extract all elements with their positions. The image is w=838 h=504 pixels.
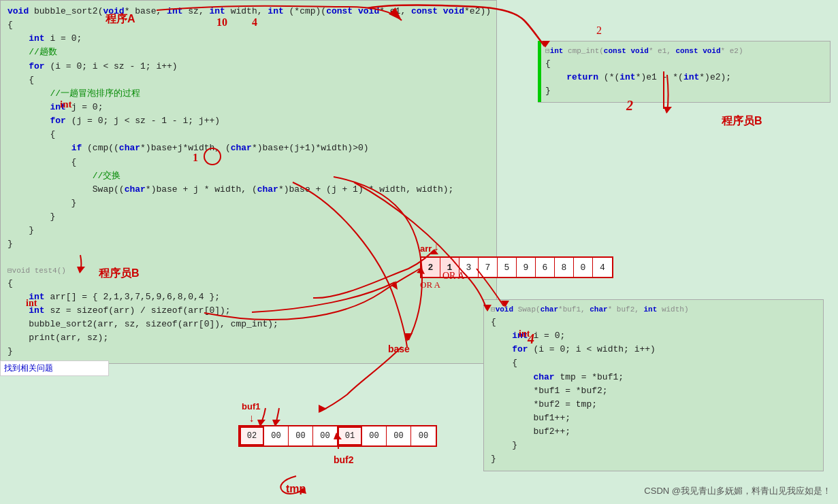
code-line-18: } — [7, 237, 489, 251]
swap-line-4: { — [491, 356, 816, 370]
swap-line-9: buf2++; — [491, 425, 816, 439]
arr-cell-1: 1 — [440, 258, 460, 277]
swap-line-8: buf1++; — [491, 411, 816, 425]
cmp-line-1: { — [545, 57, 823, 71]
swap-code-block: ⊟void Swap(char*buf1, char* buf2, int wi… — [483, 299, 824, 471]
prog-b-top-label: 程序员B — [722, 114, 762, 129]
test4-line-4: bubble_sort2(arr, sz, sizeof(arr[0]), cm… — [7, 318, 489, 331]
code-line-13: //交换 — [7, 169, 489, 183]
code-line-11: if (cmp((char*)base+j*width, (char*)base… — [7, 141, 489, 155]
code-line-15: } — [7, 197, 489, 210]
buf-cell-5: 00 — [362, 426, 387, 446]
code-line-8: int j = 0; — [7, 101, 489, 114]
prog-a-label: 程序A — [106, 12, 135, 27]
test4-line-3: int sz = sizeof(arr) / sizeof(arr[0]); — [7, 304, 489, 318]
swap-line-3: for (i = 0; i < width; i++) — [491, 343, 816, 356]
code-line-7: //一趟冒泡排序的过程 — [7, 87, 489, 101]
cmp-line-2: return (*(int*)e1 - *(int*)e2); — [545, 71, 823, 84]
code-line-6: { — [7, 73, 489, 87]
main-code-block: void bubble_sort2(void* base, int sz, in… — [0, 0, 497, 364]
fold-marker: ⊟void test4() — [7, 265, 489, 277]
code-line-3: int i = 0; — [7, 32, 489, 46]
arr-label: arr — [420, 243, 432, 254]
code-line-16: } — [7, 210, 489, 224]
buf1-arrow: ↓ — [248, 413, 255, 425]
svg-text:2: 2 — [596, 24, 602, 36]
arr-cell-2: 3 — [460, 258, 479, 277]
code-line-1: void bubble_sort2(void* base, int sz, in… — [7, 5, 489, 18]
cmp-fold: ⊟int cmp_int(const void* e1, const void*… — [545, 46, 823, 57]
tmp-label: tmp — [286, 483, 306, 495]
buf-cell-0: 02 — [240, 426, 264, 446]
cmp-line-3: } — [545, 84, 823, 98]
or-a-label: OR A — [420, 280, 440, 290]
code-line-17: } — [7, 224, 489, 237]
topic-link[interactable]: 找到相关问题 — [0, 360, 109, 376]
code-line-12: { — [7, 156, 489, 169]
code-line-5: for (i = 0; i < sz - 1; i++) — [7, 60, 489, 73]
swap-line-6: *buf1 = *buf2; — [491, 384, 816, 398]
swap-line-10: } — [491, 439, 816, 452]
swap-line-11: } — [491, 452, 816, 466]
array-top-container: arr ↓ 2 1 3 7 5 9 6 8 0 4 OR A — [420, 241, 613, 290]
arr-cell-9: 4 — [593, 258, 612, 277]
arr-cell-7: 8 — [555, 258, 574, 277]
code-line-10: { — [7, 128, 489, 141]
array-cells-top: 2 1 3 7 5 9 6 8 0 4 — [420, 256, 613, 278]
buf-cell-6: 00 — [387, 426, 411, 446]
arr-cell-4: 5 — [498, 258, 517, 277]
arr-cell-6: 6 — [536, 258, 555, 277]
buf1-label: buf1 — [242, 401, 260, 411]
arr-cell-5: 9 — [517, 258, 536, 277]
buf-cell-1: 00 — [264, 426, 289, 446]
base-label: base — [388, 343, 410, 354]
buf-cell-4: 01 — [338, 426, 362, 446]
test4-line-1: { — [7, 277, 489, 290]
svg-marker-21 — [664, 107, 672, 114]
green-highlight-bar — [538, 41, 541, 102]
buf-cell-2: 00 — [289, 426, 313, 446]
buf-cells: 02 00 00 00 01 00 00 00 — [238, 425, 437, 447]
test4-line-2: int arr[] = { 2,1,3,7,5,9,6,8,0,4 }; — [7, 290, 489, 304]
buf2-label: buf2 — [334, 454, 354, 465]
prog-b-bottom-label: 程序员B — [99, 267, 140, 281]
code-line-2: { — [7, 18, 489, 32]
buf-cell-3: 00 — [313, 426, 338, 446]
test4-line-6: } — [7, 345, 489, 358]
code-line-4: //趟数 — [7, 46, 489, 59]
swap-line-2: int i = 0; — [491, 329, 816, 343]
test4-line-5: print(arr, sz); — [7, 331, 489, 345]
swap-line-5: char tmp = *buf1; — [491, 371, 816, 384]
buf-array-container: buf1 ↓ 02 00 00 00 01 00 00 00 — [238, 401, 437, 447]
code-line-9: for (j = 0; j < sz - 1 - i; j++) — [7, 114, 489, 128]
arr-cell-8: 0 — [574, 258, 593, 277]
arr-cell-3: 7 — [479, 258, 498, 277]
swap-line-7: *buf2 = tmp; — [491, 398, 816, 411]
arr-cell-0: 2 — [421, 258, 440, 277]
buf-cell-7: 00 — [411, 426, 436, 446]
swap-line-1: { — [491, 316, 816, 329]
swap-fold: ⊟void Swap(char*buf1, char* buf2, int wi… — [491, 304, 816, 316]
arr-down-arrow: ↓ — [433, 241, 440, 254]
watermark: CSDN @我见青山多妩媚，料青山见我应如是！ — [644, 485, 831, 497]
code-line-14: Swap((char*)base + j * width, (char*)bas… — [7, 183, 489, 197]
cmp-code-block: ⊟int cmp_int(const void* e1, const void*… — [538, 41, 831, 103]
